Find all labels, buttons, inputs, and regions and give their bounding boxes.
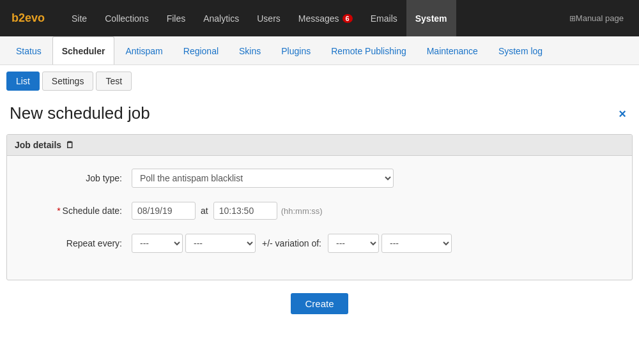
messages-badge-container: Messages 6 [298,13,353,24]
variation-select-2[interactable]: --- [381,234,452,253]
close-button[interactable]: × [615,103,629,125]
repeat-every-label: Repeat every: [17,238,132,248]
subtab-regional[interactable]: Regional [174,36,228,64]
job-type-row: Job type: Poll the antispam blacklist Ot… [17,169,622,188]
job-type-label: Job type: [17,173,132,183]
repeat-select-1[interactable]: --- [132,234,183,253]
nav-analytics[interactable]: Analytics [194,0,248,36]
panel-body: Job type: Poll the antispam blacklist Ot… [7,156,632,280]
panel-header: Job details 🗒 [7,135,632,156]
subtab-scheduler[interactable]: Scheduler [52,36,115,64]
schedule-date-row: *Schedule date: at (hh:mm:ss) [17,202,622,220]
nav-site[interactable]: Site [63,0,96,36]
subtab-remote-publishing[interactable]: Remote Publishing [321,36,416,64]
subtab-plugins[interactable]: Plugins [272,36,320,64]
sub-tabs: Status Scheduler Antispam Regional Skins… [0,36,639,65]
top-navigation: b2evo Site Collections Files Analytics U… [0,0,639,36]
time-input[interactable] [213,202,277,220]
job-details-panel: Job details 🗒 Job type: Poll the antispa… [6,134,633,280]
variation-select-1[interactable]: --- [328,234,379,253]
subtab-antispam[interactable]: Antispam [116,36,172,64]
nav-messages[interactable]: Messages 6 [289,0,362,36]
subtab-maintenance[interactable]: Maintenance [417,36,488,64]
subtab-skins[interactable]: Skins [229,36,270,64]
schedule-date-label: *Schedule date: [17,206,132,216]
nav-files[interactable]: Files [158,0,195,36]
panel-title: Job details [15,140,61,150]
action-tabs: List Settings Test [0,65,639,97]
date-input[interactable] [132,202,196,220]
time-hint: (hh:mm:ss) [281,206,323,216]
form-actions: Create [0,280,639,327]
job-type-select[interactable]: Poll the antispam blacklist Other [132,169,394,188]
required-marker: * [57,206,60,216]
brand-logo[interactable]: b2evo [6,11,50,25]
note-icon: 🗒 [65,140,74,150]
page-title: New scheduled job [10,103,150,123]
variation-label: +/- variation of: [262,238,321,248]
tab-settings[interactable]: Settings [42,72,94,91]
at-text: at [201,206,208,216]
create-button[interactable]: Create [291,293,348,314]
repeat-every-row: Repeat every: --- --- +/- variation of: … [17,234,622,253]
page-header: New scheduled job × [0,97,639,134]
nav-emails[interactable]: Emails [362,0,406,36]
repeat-controls: --- --- +/- variation of: --- --- [132,234,452,253]
tab-test[interactable]: Test [96,72,132,91]
subtab-system-log[interactable]: System log [489,36,552,64]
nav-users[interactable]: Users [248,0,289,36]
nav-collections[interactable]: Collections [96,0,157,36]
messages-badge: 6 [343,14,353,23]
tab-list[interactable]: List [6,72,40,91]
subtab-status[interactable]: Status [6,36,51,64]
repeat-select-2[interactable]: --- [185,234,256,253]
nav-system[interactable]: System [406,0,456,36]
nav-manual[interactable]: Manual page [560,0,633,36]
